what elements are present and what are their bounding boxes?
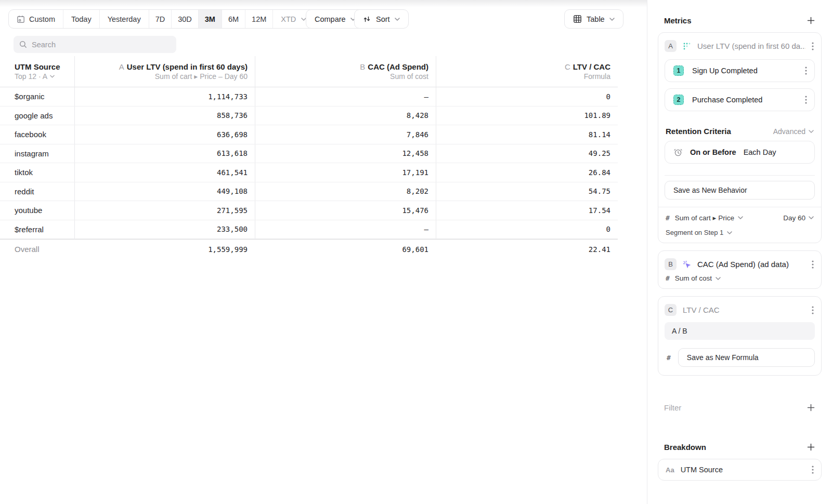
table-row[interactable]: reddit 449,108 8,202 54.75 xyxy=(0,182,618,202)
metric-letter-badge: C xyxy=(665,304,677,316)
step-number-badge: 2 xyxy=(673,95,684,105)
range-12m[interactable]: 12M xyxy=(245,10,273,28)
funnel-step-2[interactable]: 2 Purchase Completed xyxy=(665,88,815,111)
cell-c: 49.25 xyxy=(436,144,618,163)
save-as-new-formula-button[interactable]: Save as New Formula xyxy=(678,348,815,367)
table-row[interactable]: youtube 271,595 15,476 17.54 xyxy=(0,201,618,220)
main-content: Custom Today Yesterday 7D 30D 3M 6M 12M … xyxy=(0,0,647,504)
column-subtitle-b: Sum of cost xyxy=(390,72,428,81)
overall-label: Overall xyxy=(0,240,74,259)
breakdown-heading: Breakdown xyxy=(664,443,706,452)
range-custom[interactable]: Custom xyxy=(9,10,63,28)
top-scroll-shadow xyxy=(0,0,647,7)
alarm-clock-icon xyxy=(673,148,683,157)
row-label: $referral xyxy=(0,220,74,239)
row-label: tiktok xyxy=(0,163,74,182)
cell-a: 858,736 xyxy=(74,107,255,125)
segment-dropdown[interactable]: Segment on Step 1 xyxy=(666,229,814,236)
cell-c: 17.54 xyxy=(436,201,618,220)
retention-mode-dropdown[interactable]: Advanced xyxy=(773,127,814,136)
formula-input[interactable]: A / B xyxy=(665,322,815,340)
window-dropdown[interactable]: Day 60 xyxy=(783,214,814,222)
measure-dropdown[interactable]: Sum of cost xyxy=(675,274,721,282)
view-table-button[interactable]: Table xyxy=(564,9,623,29)
metric-card-c: C LTV / CAC A / B # Save as New Formula xyxy=(658,296,822,376)
search-icon xyxy=(19,41,27,48)
table-row[interactable]: instagram 613,618 12,458 49.25 xyxy=(0,144,618,164)
numeric-type-icon: # xyxy=(667,354,671,362)
column-header-c: CLTV / CAC xyxy=(565,62,610,71)
cell-a: 461,541 xyxy=(74,163,255,182)
kebab-menu-icon[interactable] xyxy=(812,466,814,474)
sort-button[interactable]: Sort xyxy=(354,9,409,29)
chevron-down-icon xyxy=(609,18,615,21)
top12-dropdown[interactable]: Top 12 · A xyxy=(15,72,55,81)
overall-b: 69,601 xyxy=(255,240,436,259)
kebab-menu-icon[interactable] xyxy=(805,67,807,75)
metric-letter-badge: B xyxy=(665,258,677,270)
search-input[interactable] xyxy=(32,41,171,49)
cell-b: 17,191 xyxy=(255,163,436,182)
column-header-b: BCAC (Ad Spend) xyxy=(360,62,428,71)
cell-c: 54.75 xyxy=(436,182,618,201)
range-today[interactable]: Today xyxy=(63,10,100,28)
calendar-icon xyxy=(17,15,25,23)
numeric-type-icon: # xyxy=(666,214,670,222)
grid-table-icon xyxy=(573,15,582,23)
add-breakdown-button[interactable] xyxy=(806,442,815,452)
save-as-new-behavior-button[interactable]: Save as New Behavior xyxy=(665,181,815,200)
results-table: UTM Source Top 12 · A AUser LTV (spend i… xyxy=(0,56,618,259)
chevron-down-icon xyxy=(395,18,400,21)
range-7d[interactable]: 7D xyxy=(149,10,172,28)
range-30d[interactable]: 30D xyxy=(172,10,199,28)
cell-c: 0 xyxy=(436,220,618,239)
table-row[interactable]: facebook 636,698 7,846 81.14 xyxy=(0,125,618,144)
numeric-type-icon: # xyxy=(666,274,670,282)
filter-heading: Filter xyxy=(664,403,681,412)
column-header-a: AUser LTV (spend in first 60 days) xyxy=(119,62,248,71)
retention-dots-icon xyxy=(683,42,691,50)
cell-b: 7,846 xyxy=(255,125,436,144)
cell-b: – xyxy=(255,220,436,239)
retention-criteria-label: Retention Criteria xyxy=(666,127,731,136)
retention-condition[interactable]: On or Before Each Day xyxy=(665,141,815,164)
kebab-menu-icon[interactable] xyxy=(812,306,814,314)
row-label: google ads xyxy=(0,107,74,125)
cell-a: 449,108 xyxy=(74,182,255,201)
add-filter-button[interactable] xyxy=(806,403,815,412)
add-metric-button[interactable] xyxy=(806,16,815,25)
text-property-icon: Aa xyxy=(666,466,674,474)
cell-b: 8,202 xyxy=(255,182,436,201)
range-6m[interactable]: 6M xyxy=(222,10,245,28)
date-range-control: Custom Today Yesterday 7D 30D 3M 6M 12M … xyxy=(8,9,315,29)
column-header-utm-source: UTM Source xyxy=(15,62,60,71)
metric-c-title: LTV / CAC xyxy=(683,306,805,314)
funnel-step-1[interactable]: 1 Sign Up Completed xyxy=(665,59,815,82)
cell-b: – xyxy=(255,87,436,106)
row-label: youtube xyxy=(0,201,74,220)
metric-a-title: User LTV (spend in first 60 da... xyxy=(697,42,805,50)
metrics-heading: Metrics xyxy=(664,16,692,25)
range-yesterday[interactable]: Yesterday xyxy=(100,10,149,28)
cell-c: 101.89 xyxy=(436,107,618,125)
column-subtitle-c: Formula xyxy=(584,72,610,81)
metric-card-b: B CAC (Ad Spend) (ad data) # Sum of cost xyxy=(658,250,822,289)
kebab-menu-icon[interactable] xyxy=(812,42,814,50)
table-row[interactable]: $referral 233,500 – 0 xyxy=(0,220,618,240)
cell-a: 1,114,733 xyxy=(74,87,255,106)
cell-b: 15,476 xyxy=(255,201,436,220)
column-subtitle-a: Sum of cart ▸ Price – Day 60 xyxy=(155,72,248,81)
query-builder-sidebar: Metrics A User LTV (spend in first 60 da… xyxy=(647,0,832,504)
row-label: instagram xyxy=(0,144,74,163)
range-3m-selected[interactable]: 3M xyxy=(199,10,222,28)
kebab-menu-icon[interactable] xyxy=(805,96,807,104)
cell-c: 81.14 xyxy=(436,125,618,144)
table-row[interactable]: tiktok 461,541 17,191 26.84 xyxy=(0,163,618,182)
table-row[interactable]: $organic 1,114,733 – 0 xyxy=(0,87,618,107)
table-row[interactable]: google ads 858,736 8,428 101.89 xyxy=(0,107,618,126)
kebab-menu-icon[interactable] xyxy=(812,260,814,269)
measure-dropdown[interactable]: Sum of cart ▸ Price xyxy=(675,214,743,222)
divider xyxy=(665,175,815,176)
breakdown-item-utm-source[interactable]: Aa UTM Source xyxy=(658,459,822,481)
overall-a: 1,559,999 xyxy=(74,240,255,259)
